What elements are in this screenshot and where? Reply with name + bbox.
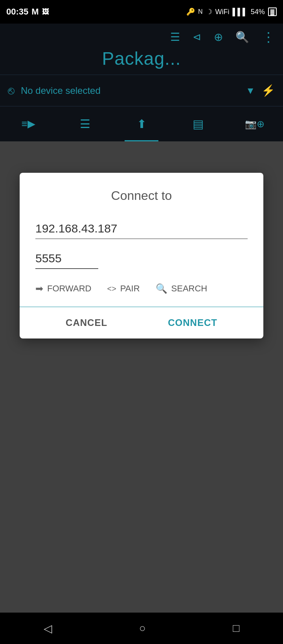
device-text: No device selected bbox=[21, 85, 239, 96]
dialog-options: ➡ FORWARD <> PAIR 🔍 SEARCH bbox=[35, 283, 248, 294]
connect-button[interactable]: CONNECT bbox=[155, 311, 230, 335]
ip-input[interactable] bbox=[35, 219, 248, 239]
pair-option[interactable]: <> PAIR bbox=[107, 284, 140, 294]
search-label: SEARCH bbox=[171, 284, 208, 294]
tab-screenshot-icon: 📷⊕ bbox=[245, 119, 265, 130]
app-title: Packag... bbox=[102, 48, 181, 69]
status-right: 🔑 N ☽ WiFi ▌▌▌ 54% ▓ bbox=[186, 7, 277, 16]
search-option[interactable]: 🔍 SEARCH bbox=[156, 283, 208, 294]
add-icon[interactable]: ⊕ bbox=[214, 31, 223, 44]
key-icon: 🔑 bbox=[186, 7, 195, 16]
status-image-icon: 🖼 bbox=[42, 8, 49, 16]
tab-bar: ≡▶ ☰ ⬆ ▤ 📷⊕ bbox=[0, 106, 283, 141]
signal-icon: ▌▌▌ bbox=[232, 8, 247, 16]
forward-option[interactable]: ➡ FORWARD bbox=[35, 283, 91, 294]
dialog-actions: CANCEL CONNECT bbox=[35, 307, 248, 338]
search-option-icon: 🔍 bbox=[156, 283, 167, 294]
bottom-nav: ◁ ○ □ bbox=[0, 613, 283, 644]
port-input-group bbox=[35, 249, 248, 269]
device-bar: ⎋ No device selected ▼ ⚡ bbox=[0, 75, 283, 106]
cancel-button[interactable]: CANCEL bbox=[53, 311, 120, 335]
mute-icon: N bbox=[198, 8, 203, 15]
share-icon[interactable]: ⊲ bbox=[193, 31, 201, 43]
tab-list[interactable]: ☰ bbox=[57, 106, 113, 141]
dialog-overlay: Connect to ➡ FORWARD <> PAIR 🔍 SEARCH CA… bbox=[0, 141, 283, 613]
pair-icon: <> bbox=[107, 284, 116, 293]
tab-screenshot[interactable]: 📷⊕ bbox=[226, 106, 283, 141]
tab-text[interactable]: ▤ bbox=[170, 106, 226, 141]
battery-icon: ▓ bbox=[268, 7, 277, 16]
home-button[interactable]: ○ bbox=[139, 622, 146, 635]
device-add-icon[interactable]: ⚡ bbox=[261, 84, 275, 97]
ip-input-group bbox=[35, 219, 248, 239]
search-icon[interactable]: 🔍 bbox=[235, 31, 249, 44]
status-time: 00:35 bbox=[6, 7, 28, 17]
forward-label: FORWARD bbox=[47, 284, 91, 294]
header-icons: ☰ ⊲ ⊕ 🔍 ⋮ bbox=[0, 29, 283, 45]
moon-icon: ☽ bbox=[206, 7, 212, 16]
status-bar: 00:35 M 🖼 🔑 N ☽ WiFi ▌▌▌ 54% ▓ bbox=[0, 0, 283, 24]
more-icon[interactable]: ⋮ bbox=[262, 29, 275, 45]
pair-label: PAIR bbox=[120, 284, 140, 294]
forward-icon: ➡ bbox=[35, 283, 43, 294]
filter-icon[interactable]: ☰ bbox=[170, 31, 180, 44]
status-left: 00:35 M 🖼 bbox=[6, 7, 49, 17]
device-dropdown-icon[interactable]: ▼ bbox=[246, 85, 255, 96]
port-input[interactable] bbox=[35, 249, 98, 269]
tab-list-icon: ☰ bbox=[80, 117, 90, 131]
status-carrier: M bbox=[31, 7, 39, 17]
recent-button[interactable]: □ bbox=[233, 622, 239, 635]
app-header: ☰ ⊲ ⊕ 🔍 ⋮ Packag... bbox=[0, 24, 283, 75]
wifi-icon: WiFi bbox=[215, 8, 230, 16]
tab-log-icon: ≡▶ bbox=[21, 118, 35, 130]
tab-install[interactable]: ⬆ bbox=[113, 106, 170, 141]
dialog-title: Connect to bbox=[35, 188, 248, 203]
tab-install-icon: ⬆ bbox=[137, 117, 147, 131]
device-exit-icon: ⎋ bbox=[8, 84, 15, 97]
tab-log[interactable]: ≡▶ bbox=[0, 106, 57, 141]
tab-text-icon: ▤ bbox=[193, 117, 204, 131]
back-button[interactable]: ◁ bbox=[44, 622, 52, 635]
connect-dialog: Connect to ➡ FORWARD <> PAIR 🔍 SEARCH CA… bbox=[20, 173, 263, 338]
battery-text: 54% bbox=[251, 8, 265, 16]
